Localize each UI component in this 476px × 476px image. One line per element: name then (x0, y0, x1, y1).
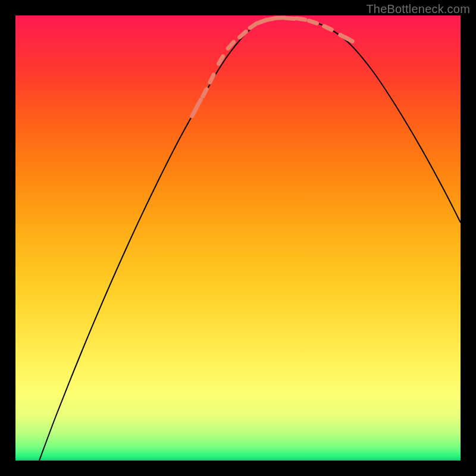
highlight-marker (219, 57, 223, 64)
highlight-marker (286, 18, 295, 19)
highlight-marker (240, 32, 246, 37)
curve-svg (15, 15, 461, 461)
highlight-marker (197, 100, 201, 107)
highlight-marker (210, 75, 214, 83)
plot-area (15, 15, 461, 461)
watermark-text: TheBottleneck.com (366, 2, 470, 16)
highlight-marker (203, 89, 206, 96)
highlight-marker (192, 109, 196, 116)
highlight-marker (297, 18, 305, 20)
bottleneck-curve (39, 18, 461, 461)
chart-frame: TheBottleneck.com (0, 0, 476, 476)
highlight-marker (309, 21, 317, 23)
highlight-marker (258, 20, 266, 23)
highlight-marker (228, 42, 233, 49)
highlight-marker (250, 23, 257, 28)
highlight-marker (324, 26, 332, 30)
